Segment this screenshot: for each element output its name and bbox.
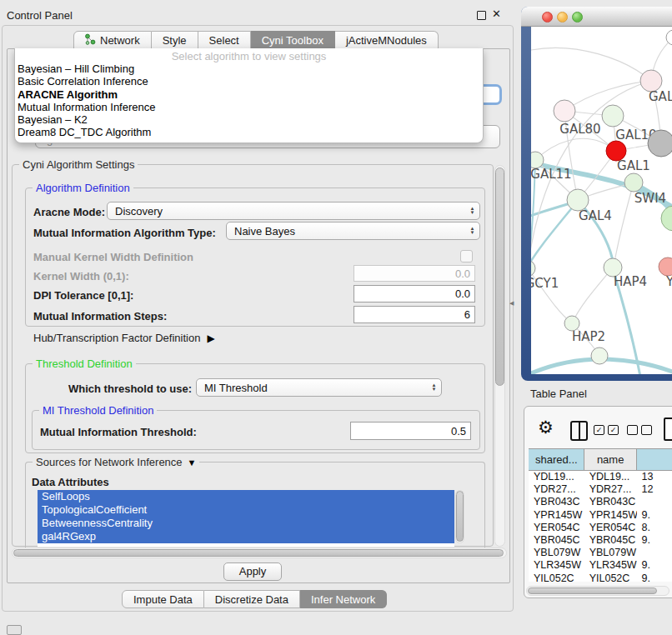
column-header-name[interactable]: name — [584, 449, 637, 470]
mi-type-combo[interactable]: Naive Bayes ▲▼ — [226, 222, 480, 240]
table-cell: YBL079W — [529, 547, 584, 559]
tab-impute-data[interactable]: Impute Data — [122, 590, 204, 608]
splitter-collapse-icon[interactable]: ◀ — [509, 300, 514, 307]
tab-select[interactable]: Select — [198, 31, 251, 49]
hub-definition-expander[interactable]: Hub/Transcription Factor Definition▶ — [33, 332, 215, 344]
attribute-item-selected[interactable]: TopologicalCoefficient — [38, 503, 454, 517]
network-node-y[interactable] — [659, 258, 672, 276]
collapse-down-icon[interactable]: ▼ — [188, 458, 197, 468]
minimized-panel-button[interactable] — [7, 625, 22, 635]
mi-threshold-field[interactable] — [350, 422, 471, 440]
window-zoom-icon[interactable] — [572, 12, 583, 22]
table-cell: 9. — [637, 509, 672, 522]
table-cell: YLR345W — [584, 559, 637, 572]
page-icon[interactable] — [664, 418, 672, 441]
kernel-width-label: Kernel Width (0,1): — [33, 270, 129, 282]
attribute-item-selected[interactable]: BetweennessCentrality — [38, 517, 454, 530]
stepper-icon: ▲▼ — [465, 227, 479, 235]
tab-discretize-data[interactable]: Discretize Data — [204, 590, 300, 608]
mi-steps-field[interactable] — [354, 306, 475, 323]
network-edge[interactable] — [535, 138, 616, 160]
table-cell: 9. — [637, 534, 672, 547]
table-cell: YLR345W — [529, 559, 584, 572]
dpi-tolerance-field[interactable] — [354, 285, 475, 302]
stepper-icon: ▲▼ — [465, 207, 479, 215]
table-cell: YDR27... — [584, 483, 637, 496]
network-node[interactable] — [591, 348, 608, 364]
data-attributes-label: Data Attributes — [32, 476, 109, 488]
select-all-columns-icon[interactable]: ✓ ✓ — [594, 425, 619, 435]
attribute-item-selected[interactable]: gal4RGexp — [38, 530, 454, 543]
network-graph: GAL7GAL80GAL10GAL1GAL11SWI4GAL4GCY1HAP4Y… — [531, 27, 672, 374]
tab-label: Style — [163, 34, 187, 47]
network-edge[interactable] — [572, 268, 613, 323]
network-node-swi4[interactable] — [624, 173, 643, 192]
table-header-row: shared...name — [529, 448, 672, 471]
tab-cyni-toolbox[interactable]: Cyni Toolbox — [251, 31, 335, 49]
column-header-cut[interactable] — [637, 449, 672, 470]
network-edge[interactable] — [614, 182, 634, 267]
tab-label: Discretize Data — [215, 593, 288, 606]
table-cell — [637, 547, 672, 559]
network-canvas[interactable]: GAL7GAL80GAL10GAL1GAL11SWI4GAL4GCY1HAP4Y… — [531, 27, 672, 374]
table-row[interactable]: YIL052CYIL052C9. — [529, 572, 672, 582]
close-icon[interactable]: ✕ — [492, 8, 501, 20]
manual-kernel-label: Manual Kernel Width Definition — [33, 251, 193, 263]
network-edge[interactable] — [531, 202, 577, 267]
algorithm-option[interactable]: Dream8 DC_TDC Algorithm — [15, 126, 483, 138]
split-columns-icon[interactable] — [570, 421, 588, 441]
attribute-item-selected[interactable]: SelfLoops — [38, 490, 454, 503]
algorithm-option[interactable]: Bayesian – K2 — [15, 113, 483, 126]
table-row[interactable]: YBR045CYBR045C9. — [529, 534, 672, 547]
table-row[interactable]: YLR345WYLR345W9. — [529, 559, 672, 572]
algorithm-option[interactable]: Bayesian – Hill Climbing — [15, 62, 483, 75]
algorithm-option[interactable]: Mutual Information Inference — [15, 101, 483, 113]
application-window: Control Panel ✕ NetworkStyleSelectCyni T… — [0, 0, 672, 635]
table-row[interactable]: YER054CYER054C8. — [529, 522, 672, 534]
node-label: Y — [665, 274, 672, 289]
network-node[interactable] — [661, 206, 672, 231]
checked-box-icon: ✓ — [594, 425, 604, 435]
settings-horizontal-scrollbar-thumb[interactable] — [13, 549, 504, 557]
float-window-icon[interactable] — [477, 11, 486, 20]
tab-jactivemnodules[interactable]: jActiveMNodules — [335, 31, 439, 49]
data-attributes-list[interactable]: SelfLoopsTopologicalCoefficientBetweenne… — [38, 490, 454, 547]
network-node-gal11[interactable] — [531, 152, 544, 168]
checked-box-icon: ✓ — [608, 425, 619, 435]
table-row[interactable]: YDL19...YDL19...13 — [529, 471, 672, 483]
table-cell: YBR043C — [584, 496, 637, 508]
table-row[interactable]: YBL079WYBL079W — [529, 547, 672, 559]
tab-infer-network[interactable]: Infer Network — [300, 590, 387, 608]
tab-style[interactable]: Style — [152, 31, 198, 49]
table-cell: YPR145W — [584, 509, 637, 522]
table-cell: YDR27... — [529, 483, 584, 496]
window-minimize-icon[interactable] — [557, 12, 568, 22]
network-node[interactable] — [666, 30, 672, 45]
network-node[interactable] — [648, 130, 672, 157]
network-node-gal10[interactable] — [602, 105, 624, 127]
network-edge[interactable] — [531, 48, 651, 81]
kernel-width-field[interactable] — [354, 265, 475, 282]
window-close-icon[interactable] — [542, 12, 553, 22]
control-panel-title: Control Panel — [7, 9, 73, 22]
deselect-all-columns-icon[interactable] — [627, 425, 652, 435]
algorithm-option[interactable]: ARACNE Algorithm — [15, 88, 483, 101]
settings-gear-icon[interactable]: ⚙ — [538, 418, 554, 438]
tab-network[interactable]: Network — [73, 31, 152, 49]
apply-button[interactable]: Apply — [223, 562, 282, 581]
network-node-gcy1[interactable] — [531, 260, 535, 277]
table-row[interactable]: YDR27...YDR27...12 — [529, 483, 672, 496]
network-node-gal80[interactable] — [554, 100, 575, 122]
table-row[interactable]: YPR145WYPR145W9. — [529, 509, 672, 522]
algorithm-option[interactable]: Basic Correlation Inference — [15, 75, 483, 88]
table-row[interactable]: YBR043CYBR043C — [529, 496, 672, 508]
attributes-scrollbar-thumb[interactable] — [456, 491, 464, 542]
aracne-mode-combo[interactable]: Discovery ▲▼ — [107, 202, 480, 220]
tab-label: jActiveMNodules — [346, 34, 427, 47]
manual-kernel-checkbox[interactable] — [460, 250, 473, 262]
algorithm-dropdown: Select algorithm to view settings Bayesi… — [14, 48, 484, 143]
which-threshold-combo[interactable]: MI Threshold ▲▼ — [196, 378, 442, 397]
table-horizontal-scrollbar-thumb[interactable] — [528, 588, 657, 594]
settings-vertical-scrollbar-thumb[interactable] — [495, 168, 504, 386]
column-header-shared...[interactable]: shared... — [529, 449, 584, 470]
